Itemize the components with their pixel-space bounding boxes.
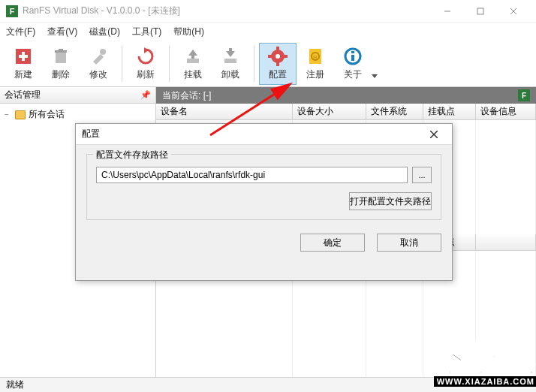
menu-disk[interactable]: 磁盘(D) [89,26,120,38]
config-dialog: 配置 配置文件存放路径 ... 打开配置文件夹路径 确定 取消 [75,123,453,281]
plus-icon [13,46,34,67]
svg-rect-8 [55,50,67,53]
config-button[interactable]: 配置 [259,43,297,85]
separator [122,46,122,82]
svg-rect-12 [187,59,199,63]
session-tree: − 所有会话 [0,104,155,125]
gear-icon [267,46,288,67]
svg-rect-9 [59,49,63,50]
menu-tool[interactable]: 工具(T) [132,26,161,38]
config-path-input[interactable] [96,167,408,183]
session-bar: 当前会话: [-] F [156,87,536,104]
register-icon: R [305,46,326,67]
svg-marker-16 [226,51,235,57]
mount-label: 挂载 [184,68,202,81]
status-text: 就绪 [6,378,24,391]
svg-rect-28 [351,51,354,53]
path-fieldset: 配置文件存放路径 ... 打开配置文件夹路径 [86,154,441,220]
pin-icon[interactable]: 📌 [140,90,151,100]
unmount-label: 卸载 [221,68,239,81]
tree-root[interactable]: − 所有会话 [5,107,151,122]
modify-label: 修改 [89,68,107,81]
modify-button[interactable]: 修改 [80,43,117,85]
svg-rect-15 [224,59,236,63]
sidebar-title: 会话管理 [5,89,41,101]
chevron-down-icon [372,73,378,79]
info-icon [342,46,363,67]
about-label: 关于 [344,68,362,81]
grid-header: 设备名 设备大小 文件系统 挂载点 设备信息 [156,104,536,120]
register-button[interactable]: R 注册 [297,43,334,85]
app-icon: F [6,5,18,17]
dialog-close-button[interactable] [422,126,446,143]
svg-rect-21 [276,62,279,66]
svg-rect-7 [56,53,66,63]
register-label: 注册 [306,68,324,81]
svg-rect-23 [284,55,288,58]
tree-root-label: 所有会话 [29,108,65,121]
svg-point-19 [276,54,280,59]
folder-icon [15,110,26,119]
window-title: RanFS Virtual Disk - V1.0.0.0 - [未连接] [23,5,431,17]
ok-button[interactable]: 确定 [300,234,365,252]
separator [254,46,254,82]
svg-rect-17 [229,48,232,52]
watermark-main: 下载吧 [434,343,536,374]
svg-rect-6 [19,55,28,58]
titlebar: F RanFS Virtual Disk - V1.0.0.0 - [未连接] [0,0,536,23]
fieldset-legend: 配置文件存放路径 [93,149,171,161]
new-button[interactable]: 新建 [5,43,42,85]
dialog-titlebar: 配置 [76,124,452,145]
unmount-button[interactable]: 卸载 [212,43,249,85]
session-icon: F [518,89,530,101]
svg-rect-14 [191,55,194,59]
maximize-button[interactable] [464,1,497,22]
svg-rect-27 [351,55,354,61]
svg-marker-11 [144,47,149,53]
col-fs[interactable]: 文件系统 [366,104,423,119]
new-label: 新建 [14,68,32,81]
sub-col-rest [476,234,536,250]
col-mount[interactable]: 挂载点 [423,104,476,119]
menu-file[interactable]: 文件(F) [6,26,35,38]
col-devname[interactable]: 设备名 [156,104,293,119]
refresh-label: 刷新 [137,68,155,81]
col-devsize[interactable]: 设备大小 [293,104,366,119]
separator [169,46,170,82]
open-path-button[interactable]: 打开配置文件夹路径 [349,192,432,210]
mount-icon [182,46,203,67]
delete-button[interactable]: 删除 [42,43,80,85]
minimize-button[interactable] [431,1,464,22]
dialog-title: 配置 [82,128,100,140]
wrench-icon [88,46,109,67]
close-button[interactable] [497,1,530,22]
refresh-icon [135,46,156,67]
watermark: 下载吧 WWW.XIAZAIBA.COM [434,343,536,387]
about-dropdown[interactable] [372,43,381,85]
mount-button[interactable]: 挂载 [174,43,212,85]
menu-help[interactable]: 帮助(H) [173,26,204,38]
config-label: 配置 [269,68,287,81]
browse-button[interactable]: ... [412,167,432,183]
svg-rect-1 [477,8,483,14]
svg-text:R: R [313,54,318,61]
unmount-icon [220,46,241,67]
expand-icon[interactable]: − [5,110,12,119]
trash-icon [50,46,71,67]
svg-marker-13 [188,50,197,56]
about-button[interactable]: 关于 [334,43,372,85]
svg-rect-20 [276,47,279,50]
cancel-button[interactable]: 取消 [377,234,441,252]
close-icon [430,131,438,138]
svg-point-10 [100,49,106,55]
refresh-button[interactable]: 刷新 [127,43,164,85]
delete-label: 删除 [52,68,70,81]
col-info[interactable]: 设备信息 [476,104,536,119]
menu-view[interactable]: 查看(V) [47,26,77,38]
watermark-sub: WWW.XIAZAIBA.COM [434,376,536,387]
svg-marker-29 [372,74,378,78]
toolbar: 新建 删除 修改 刷新 挂载 卸载 配置 [0,41,536,87]
svg-rect-22 [268,55,272,58]
session-label: 当前会话: [-] [162,89,211,102]
menubar: 文件(F) 查看(V) 磁盘(D) 工具(T) 帮助(H) [0,23,536,41]
